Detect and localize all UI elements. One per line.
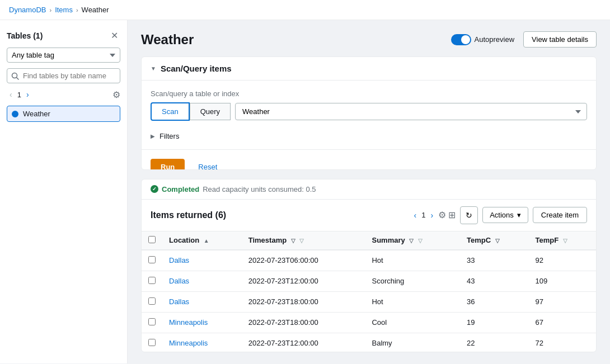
actions-label: Actions <box>490 211 514 219</box>
row-tempc-1: 43 <box>460 271 529 291</box>
timestamp-filter-icon[interactable]: ▽ <box>299 238 304 244</box>
row-timestamp-2: 2022-07-23T18:00:00 <box>242 291 365 312</box>
reset-button[interactable]: Reset <box>190 159 225 170</box>
location-link-3[interactable]: Minneapolis <box>169 318 208 327</box>
row-checkbox-1[interactable] <box>148 277 156 284</box>
results-next-button[interactable]: › <box>428 210 436 221</box>
location-link-4[interactable]: Minneapolis <box>169 339 208 347</box>
select-all-checkbox[interactable] <box>148 236 156 243</box>
row-tempc-4: 22 <box>460 333 529 352</box>
breadcrumb-items[interactable]: Items <box>55 6 73 14</box>
location-link-2[interactable]: Dallas <box>169 297 189 306</box>
table-radio-indicator <box>12 111 18 117</box>
run-button[interactable]: Run <box>151 159 185 170</box>
filters-row[interactable]: ▶ Filters <box>151 127 587 140</box>
page-title-row: Weather Autopreview View table details <box>141 31 597 48</box>
actions-button[interactable]: Actions ▾ <box>482 207 528 223</box>
tempf-filter-icon[interactable]: ▽ <box>563 238 567 244</box>
search-input[interactable] <box>7 68 120 83</box>
timestamp-sort-icon[interactable]: ▽ <box>291 238 295 244</box>
row-tempc-2: 36 <box>460 291 529 312</box>
run-reset-row: Run Reset <box>142 149 596 170</box>
row-checkbox-cell <box>142 312 162 333</box>
next-page-button[interactable]: › <box>24 89 32 100</box>
main-content: Weather Autopreview View table details ▼… <box>128 20 610 363</box>
th-location: Location ▲ <box>162 231 242 250</box>
row-checkbox-cell <box>142 291 162 312</box>
filters-label: Filters <box>159 132 179 140</box>
row-timestamp-3: 2022-07-23T18:00:00 <box>242 312 365 333</box>
tag-select[interactable]: Any table tag <box>7 48 120 63</box>
sidebar-title: Tables (1) <box>7 31 43 40</box>
scan-button[interactable]: Scan <box>151 102 190 121</box>
close-sidebar-button[interactable]: ✕ <box>109 29 120 42</box>
autopreview-toggle[interactable]: Autopreview <box>451 34 515 45</box>
toggle-switch[interactable] <box>451 34 471 45</box>
prev-page-button[interactable]: ‹ <box>7 89 15 100</box>
refresh-button[interactable]: ↻ <box>460 206 478 224</box>
table-header-row: Location ▲ Timestamp ▽ ▽ Summary ▽ ▽ <box>142 231 596 250</box>
summary-sort-icon[interactable]: ▽ <box>409 238 414 244</box>
summary-filter-icon[interactable]: ▽ <box>418 238 423 244</box>
page-title: Weather <box>141 32 194 48</box>
filters-arrow: ▶ <box>151 133 155 139</box>
status-dot <box>151 185 158 193</box>
location-link-1[interactable]: Dallas <box>169 277 189 285</box>
breadcrumb: DynamoDB › Items › Weather <box>0 0 610 20</box>
scan-query-title: Scan/Query items <box>161 64 232 73</box>
scan-query-panel-header[interactable]: ▼ Scan/Query items <box>142 57 596 81</box>
index-select[interactable]: Weather <box>235 103 587 120</box>
page-number: 1 <box>17 91 21 99</box>
table-row: Minneapolis 2022-07-23T12:00:00 Balmy 22… <box>142 333 596 352</box>
view-table-details-button[interactable]: View table details <box>523 31 597 48</box>
location-sort-icon[interactable]: ▲ <box>204 238 209 244</box>
th-tempc: TempC ▽ <box>460 231 529 250</box>
table-list-item[interactable]: Weather <box>7 106 120 122</box>
row-summary-2: Hot <box>365 291 460 312</box>
actions-dropdown-icon: ▾ <box>517 211 521 219</box>
breadcrumb-dynamodb[interactable]: DynamoDB <box>9 6 46 14</box>
results-pagination: ‹ 1 › ⚙ ⊞ <box>411 210 456 221</box>
row-tempf-3: 67 <box>529 312 596 333</box>
search-icon <box>11 72 19 80</box>
location-link-0[interactable]: Dallas <box>169 256 189 264</box>
scan-controls: Scan Query Weather <box>151 102 587 121</box>
row-tempc-3: 19 <box>460 312 529 333</box>
table-body: Dallas 2022-07-23T06:00:00 Hot 33 92 Dal… <box>142 250 596 352</box>
data-table: Location ▲ Timestamp ▽ ▽ Summary ▽ ▽ <box>142 231 596 352</box>
search-box <box>7 68 120 83</box>
row-location-0: Dallas <box>162 250 242 271</box>
row-checkbox-3[interactable] <box>148 318 156 325</box>
results-prev-button[interactable]: ‹ <box>411 210 420 221</box>
row-summary-0: Hot <box>365 250 460 271</box>
row-checkbox-cell <box>142 271 162 291</box>
row-location-2: Dallas <box>162 291 242 312</box>
th-timestamp: Timestamp ▽ ▽ <box>242 231 365 250</box>
query-button[interactable]: Query <box>190 103 231 120</box>
row-checkbox-4[interactable] <box>148 339 156 346</box>
scan-label: Scan/query a table or index <box>151 89 587 98</box>
results-settings-button[interactable]: ⚙ <box>438 210 446 220</box>
index-select-wrap: Weather <box>235 103 587 120</box>
tempc-sort-icon[interactable]: ▽ <box>495 238 500 244</box>
create-item-button[interactable]: Create item <box>533 207 587 223</box>
row-checkbox-cell <box>142 250 162 271</box>
th-checkbox <box>142 231 162 250</box>
status-meta-text: Read capacity units consumed: 0.5 <box>203 185 316 193</box>
row-tempf-0: 92 <box>529 250 596 271</box>
results-expand-button[interactable]: ⊞ <box>448 210 456 220</box>
row-timestamp-0: 2022-07-23T06:00:00 <box>242 250 365 271</box>
sidebar-pagination: ‹ 1 › ⚙ <box>7 89 120 100</box>
breadcrumb-weather: Weather <box>82 6 109 14</box>
row-tempf-4: 72 <box>529 333 596 352</box>
results-title: Items returned (6) <box>151 210 226 220</box>
results-status: Completed Read capacity units consumed: … <box>142 179 596 200</box>
results-page-num: 1 <box>421 211 425 219</box>
table-row: Dallas 2022-07-23T06:00:00 Hot 33 92 <box>142 250 596 271</box>
row-checkbox-2[interactable] <box>148 297 156 305</box>
row-location-4: Minneapolis <box>162 333 242 352</box>
sidebar-settings-button[interactable]: ⚙ <box>112 89 120 100</box>
row-checkbox-0[interactable] <box>148 256 156 263</box>
th-summary: Summary ▽ ▽ <box>365 231 460 250</box>
row-tempf-2: 97 <box>529 291 596 312</box>
